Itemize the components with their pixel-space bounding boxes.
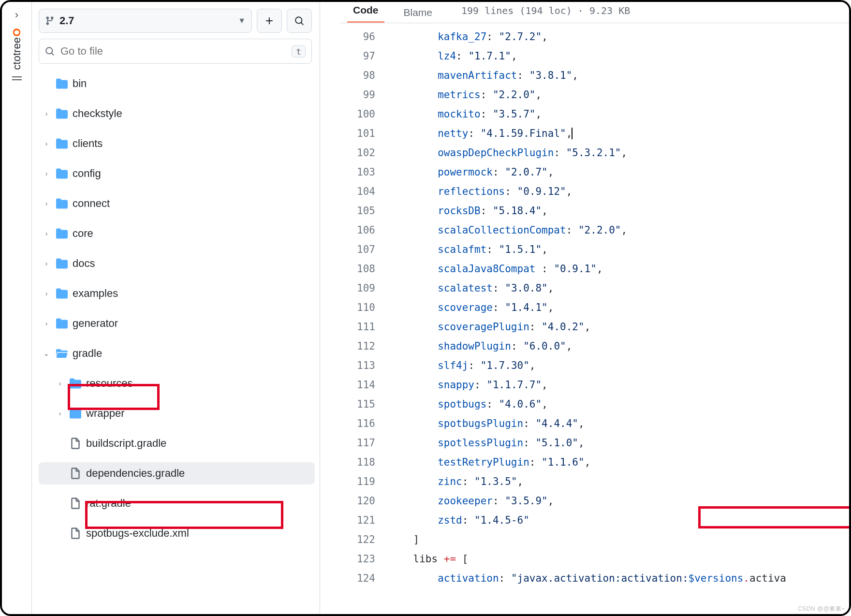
code-content[interactable]: 96 kafka_27: "2.7.2",97 lz4: "1.7.1",98 … xyxy=(340,23,849,614)
chevron-right-icon: › xyxy=(15,9,18,21)
code-line: 123 libs += [ xyxy=(340,549,849,569)
code-line: 104 reflections: "0.9.12", xyxy=(340,182,849,201)
code-line: 100 mockito: "3.5.7", xyxy=(340,104,849,124)
tree-folder[interactable]: ›core xyxy=(39,222,315,245)
line-number: 116 xyxy=(340,414,389,433)
tree-item-label: checkstyle xyxy=(73,107,122,120)
tree-file[interactable]: spotbugs-exclude.xml xyxy=(39,522,315,544)
chevron-right-icon: › xyxy=(42,260,51,267)
tree-folder[interactable]: ›clients xyxy=(39,132,315,155)
code-line: 124 activation: "javax.activation:activa… xyxy=(340,569,849,588)
code-line: 109 scalatest: "3.0.8", xyxy=(340,279,849,298)
line-number: 99 xyxy=(340,85,389,104)
file-tree[interactable]: bin›checkstyle›clients›config›connect›co… xyxy=(36,73,315,609)
line-number: 105 xyxy=(340,201,389,220)
folder-open-icon xyxy=(56,348,68,359)
tree-item-label: clients xyxy=(73,137,103,150)
search-button[interactable] xyxy=(287,9,312,33)
line-code: scoveragePlugin: "4.0.2", xyxy=(389,317,849,337)
code-viewer: Code Blame 199 lines (194 loc) · 9.23 KB… xyxy=(340,2,849,614)
caret-down-icon: ▼ xyxy=(238,16,246,25)
folder-icon xyxy=(70,408,81,419)
watermark: CSDN @@素素~ xyxy=(798,605,845,613)
chevron-right-icon: › xyxy=(42,320,51,327)
code-line: 106 scalaCollectionCompat: "2.2.0", xyxy=(340,220,849,240)
line-number: 102 xyxy=(340,143,389,162)
line-number: 98 xyxy=(340,66,389,85)
tree-item-label: wrapper xyxy=(86,407,124,420)
code-line: 117 spotlessPlugin: "5.1.0", xyxy=(340,433,849,453)
search-icon xyxy=(45,46,55,56)
file-icon xyxy=(70,528,81,539)
code-line: 103 powermock: "2.0.7", xyxy=(340,162,849,182)
code-line: 102 owaspDepCheckPlugin: "5.3.2.1", xyxy=(340,143,849,162)
tree-item-label: spotbugs-exclude.xml xyxy=(86,527,189,540)
line-code: spotbugsPlugin: "4.4.4", xyxy=(389,414,849,433)
code-line: 115 spotbugs: "4.0.6", xyxy=(340,395,849,414)
line-code: activation: "javax.activation:activation… xyxy=(389,569,849,588)
line-number: 111 xyxy=(340,317,389,337)
line-number: 114 xyxy=(340,375,389,395)
line-number: 119 xyxy=(340,472,389,491)
line-code: rocksDB: "5.18.4", xyxy=(389,201,849,220)
line-code: slf4j: "1.7.30", xyxy=(389,356,849,375)
line-code: mockito: "3.5.7", xyxy=(389,104,849,124)
folder-icon xyxy=(56,288,68,299)
tree-file[interactable]: dependencies.gradle xyxy=(39,462,315,484)
line-number: 123 xyxy=(340,549,389,569)
line-number: 120 xyxy=(340,491,389,511)
tree-folder[interactable]: ›docs xyxy=(39,252,315,275)
line-number: 118 xyxy=(340,453,389,472)
code-line: 113 slf4j: "1.7.30", xyxy=(340,356,849,375)
tree-item-label: docs xyxy=(73,257,95,270)
line-code: shadowPlugin: "6.0.0", xyxy=(389,337,849,356)
git-branch-icon xyxy=(45,16,55,26)
line-number: 112 xyxy=(340,337,389,356)
tree-folder[interactable]: bin xyxy=(39,73,315,95)
line-code: owaspDepCheckPlugin: "5.3.2.1", xyxy=(389,143,849,162)
line-code: testRetryPlugin: "1.1.6", xyxy=(389,453,849,472)
line-code: spotbugs: "4.0.6", xyxy=(389,395,849,414)
line-number: 104 xyxy=(340,182,389,201)
tree-item-label: resources xyxy=(86,377,133,390)
tree-file[interactable]: rat.gradle xyxy=(39,492,315,514)
code-line: 116 spotbugsPlugin: "4.4.4", xyxy=(340,414,849,433)
drag-handle-icon xyxy=(12,79,22,80)
folder-icon xyxy=(56,138,68,149)
folder-icon xyxy=(56,318,68,329)
line-code: scalaJava8Compat : "0.9.1", xyxy=(389,259,849,279)
chevron-right-icon: › xyxy=(55,410,65,417)
go-to-file-input[interactable] xyxy=(60,45,286,58)
tree-file[interactable]: buildscript.gradle xyxy=(39,432,315,455)
go-to-file[interactable]: t xyxy=(39,39,312,64)
tab-row: Code Blame 199 lines (194 loc) · 9.23 KB xyxy=(340,2,849,23)
file-info: 199 lines (194 loc) · 9.23 KB xyxy=(461,5,630,16)
tree-folder[interactable]: ›config xyxy=(39,162,315,185)
chevron-right-icon: › xyxy=(42,110,51,117)
folder-icon xyxy=(56,78,68,89)
line-code: powermock: "2.0.7", xyxy=(389,162,849,182)
tree-folder[interactable]: ›examples xyxy=(39,282,315,305)
folder-icon xyxy=(70,378,81,389)
tree-folder[interactable]: ›wrapper xyxy=(39,402,315,425)
folder-icon xyxy=(56,228,68,239)
line-number: 106 xyxy=(340,220,389,240)
branch-name: 2.7 xyxy=(59,15,74,27)
tree-folder[interactable]: ›generator xyxy=(39,312,315,335)
code-line: 112 shadowPlugin: "6.0.0", xyxy=(340,337,849,356)
tree-folder[interactable]: ›checkstyle xyxy=(39,103,315,125)
code-line: 120 zookeeper: "3.5.9", xyxy=(340,491,849,511)
code-line: 108 scalaJava8Compat : "0.9.1", xyxy=(340,259,849,279)
tree-folder[interactable]: ⌄gradle xyxy=(39,342,315,365)
code-line: 118 testRetryPlugin: "1.1.6", xyxy=(340,453,849,472)
branch-selector[interactable]: 2.7 ▼ xyxy=(39,9,252,33)
tab-code[interactable]: Code xyxy=(347,0,384,23)
tree-folder[interactable]: ›resources xyxy=(39,372,315,395)
chevron-down-icon: ⌄ xyxy=(42,350,51,357)
line-number: 97 xyxy=(340,46,389,66)
add-button[interactable]: + xyxy=(257,9,282,33)
tree-folder[interactable]: ›connect xyxy=(39,192,315,215)
tree-item-label: core xyxy=(73,227,93,240)
tab-blame[interactable]: Blame xyxy=(398,3,439,22)
octotree-tab[interactable]: › ctotreeO xyxy=(2,2,32,614)
